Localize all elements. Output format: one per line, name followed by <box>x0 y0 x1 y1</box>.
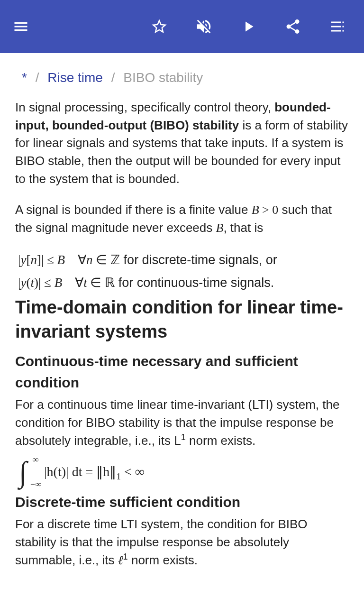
text: For a continuous time linear time-invari… <box>15 397 339 447</box>
share-icon[interactable] <box>283 17 302 36</box>
breadcrumb-separator: / <box>111 70 115 85</box>
inline-math-ell: ℓ <box>118 553 123 567</box>
section-heading: Time-domain condition for linear time-in… <box>15 295 349 344</box>
integral-equation: ∫∞−∞ |h(t)| dt = ‖h‖1 < ∞ <box>18 457 349 487</box>
text: , that is <box>223 221 263 235</box>
text: for discrete-time signals, or <box>120 253 277 267</box>
math-block-discrete: |y[n]| ≤ B ∀n ∈ ℤ for discrete-time sign… <box>18 250 349 270</box>
text: In signal processing, specifically contr… <box>15 100 274 114</box>
breadcrumb-link-rise-time[interactable]: Rise time <box>47 70 103 85</box>
menu-icon[interactable] <box>11 17 30 36</box>
breadcrumb-current: BIBO stability <box>123 70 203 85</box>
text: for continuous-time signals. <box>115 276 274 290</box>
superscript: 1 <box>123 552 128 561</box>
inline-math: B <box>216 221 224 235</box>
play-icon[interactable] <box>239 17 258 36</box>
discrete-paragraph: For a discrete time LTI system, the cond… <box>15 515 349 569</box>
intro-paragraph: In signal processing, specifically contr… <box>15 99 349 188</box>
text: A signal is bounded if there is a finite… <box>15 202 252 217</box>
bounded-paragraph: A signal is bounded if there is a finite… <box>15 201 349 237</box>
subsection-heading-continuous: Continuous-time necessary and sufficient… <box>15 350 349 393</box>
breadcrumb-separator: / <box>36 70 39 85</box>
text: norm exists. <box>128 553 198 567</box>
app-bar <box>0 0 364 53</box>
breadcrumb-root[interactable]: * <box>22 70 27 85</box>
math-block-continuous: |y(t)| ≤ B ∀t ∈ ℝ for continuous-time si… <box>18 273 349 293</box>
list-icon[interactable] <box>328 17 347 36</box>
article-content: In signal processing, specifically contr… <box>0 99 364 590</box>
continuous-paragraph: For a continuous time linear time-invari… <box>15 396 349 450</box>
superscript: 1 <box>181 432 186 442</box>
text: norm exists. <box>186 433 255 448</box>
inline-math: B > 0 <box>252 203 279 217</box>
subsection-heading-discrete: Discrete-time sufficient condition <box>15 491 349 513</box>
volume-mute-icon[interactable] <box>194 17 213 36</box>
breadcrumb: * / Rise time / BIBO stability <box>0 53 364 99</box>
star-outline-icon[interactable] <box>150 17 169 36</box>
